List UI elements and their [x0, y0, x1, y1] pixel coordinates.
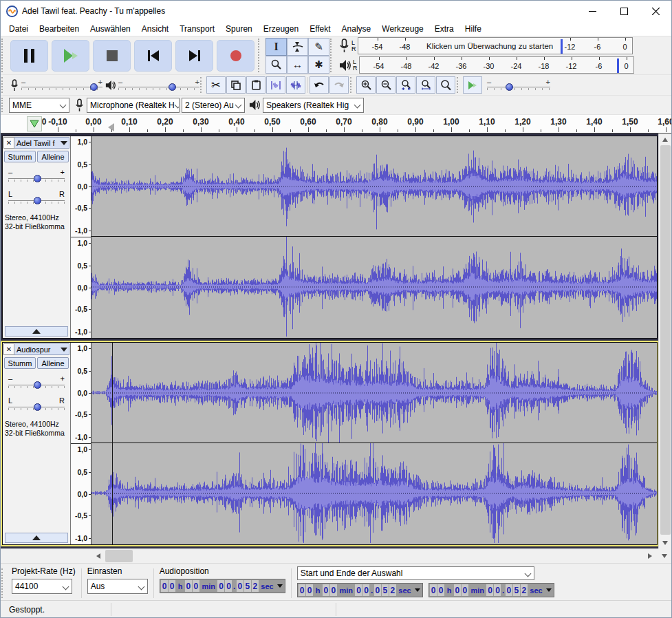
- skip-to-start-button[interactable]: [134, 40, 172, 72]
- menu-ansicht[interactable]: Ansicht: [136, 23, 174, 35]
- time-digit[interactable]: 0: [454, 584, 461, 596]
- menu-spuren[interactable]: Spuren: [220, 23, 258, 35]
- track-close-button[interactable]: ✕: [3, 343, 14, 355]
- playback-meter[interactable]: -54-48-42-36-30-24-18-12-60: [359, 56, 634, 74]
- time-digit[interactable]: 0: [430, 584, 437, 596]
- scroll-down-button[interactable]: [658, 550, 671, 562]
- paste-button[interactable]: [246, 76, 265, 94]
- skip-to-end-button[interactable]: [175, 40, 213, 72]
- selection-start-field[interactable]: 00h00min00.052sec: [297, 583, 423, 597]
- collapse-track-button[interactable]: [5, 533, 68, 543]
- solo-button[interactable]: Alleine: [37, 357, 69, 369]
- time-format-dropdown-icon[interactable]: [277, 584, 283, 588]
- time-digit[interactable]: 5: [513, 584, 520, 596]
- zoom-toggle-button[interactable]: [436, 76, 455, 94]
- menu-werkzeuge[interactable]: Werkzeuge: [376, 23, 429, 35]
- trim-audio-button[interactable]: [266, 76, 285, 94]
- time-digit[interactable]: 0: [437, 584, 444, 596]
- time-digit[interactable]: 0: [355, 584, 362, 596]
- vertical-scale-ruler[interactable]: 1,00,50,0-0,5-1,0 1,00,50,0-0,5-1,0: [71, 136, 91, 338]
- toolbar-grip[interactable]: [200, 77, 206, 93]
- selection-tool-button[interactable]: I: [265, 38, 287, 56]
- waveform-display[interactable]: [91, 343, 657, 544]
- time-digit[interactable]: 2: [521, 584, 528, 596]
- menu-analyse[interactable]: Analyse: [336, 23, 377, 35]
- gain-slider[interactable]: – +: [8, 374, 65, 391]
- time-digit[interactable]: 2: [389, 584, 396, 596]
- recording-channels-select[interactable]: 2 (Stereo) Au: [182, 98, 245, 113]
- zoom-in-button[interactable]: [356, 76, 376, 94]
- time-digit[interactable]: 0: [161, 580, 168, 592]
- maximize-button[interactable]: [608, 1, 640, 21]
- menu-erzeugen[interactable]: Erzeugen: [258, 23, 304, 35]
- horizontal-scrollbar[interactable]: [1, 548, 671, 564]
- collapse-track-button[interactable]: [5, 326, 68, 337]
- redo-button[interactable]: [329, 76, 349, 94]
- draw-tool-button[interactable]: ✎: [308, 38, 329, 56]
- pinned-play-head-button[interactable]: [27, 116, 42, 131]
- scroll-left-button[interactable]: [92, 550, 105, 562]
- toolbar-grip[interactable]: [1, 77, 7, 93]
- pan-thumb[interactable]: [34, 403, 41, 411]
- meter-monitor-hint[interactable]: Klicken um Überwachung zu starten: [426, 42, 553, 50]
- time-digit[interactable]: 0: [323, 584, 329, 596]
- time-digit[interactable]: 0: [494, 584, 501, 596]
- pan-slider[interactable]: L R: [8, 396, 65, 413]
- horizontal-scroll-thumb[interactable]: [105, 550, 133, 562]
- toolbar-grip[interactable]: [457, 77, 462, 93]
- menu-extra[interactable]: Extra: [429, 23, 459, 35]
- zoom-fit-button[interactable]: [416, 76, 435, 94]
- time-digit[interactable]: 5: [382, 584, 389, 596]
- scroll-down-button[interactable]: [659, 537, 671, 548]
- playback-volume-slider[interactable]: –+: [118, 80, 199, 91]
- track-title-menu[interactable]: Audiospur: [14, 343, 69, 355]
- play-at-speed-button[interactable]: [463, 76, 482, 94]
- scroll-up-button[interactable]: [659, 134, 671, 145]
- track-close-button[interactable]: ✕: [3, 137, 14, 149]
- record-meter[interactable]: -54-48-12-60Klicken um Überwachung zu st…: [358, 37, 633, 54]
- toolbar-grip[interactable]: [1, 39, 7, 72]
- record-button[interactable]: [217, 40, 254, 72]
- mute-button[interactable]: Stumm: [4, 151, 36, 162]
- time-digit[interactable]: 0: [185, 580, 192, 592]
- playback-volume-thumb[interactable]: [169, 83, 176, 91]
- silence-audio-button[interactable]: [286, 76, 305, 94]
- playback-speed-slider[interactable]: –+: [487, 80, 550, 91]
- time-digit[interactable]: 0: [374, 584, 381, 596]
- time-digit[interactable]: 0: [362, 584, 369, 596]
- pause-button[interactable]: [10, 40, 48, 72]
- time-digit[interactable]: 0: [486, 584, 493, 596]
- close-button[interactable]: [640, 1, 671, 21]
- toolbar-grip[interactable]: [1, 98, 7, 112]
- time-digit[interactable]: 0: [217, 580, 224, 592]
- time-digit[interactable]: 0: [306, 584, 313, 596]
- mute-button[interactable]: Stumm: [4, 357, 36, 369]
- playback-device-select[interactable]: Speakers (Realtek Hig: [263, 98, 364, 113]
- toolbar-grip[interactable]: [350, 77, 356, 93]
- menu-bearbeiten[interactable]: Bearbeiten: [34, 23, 85, 35]
- pan-slider[interactable]: L R: [8, 190, 65, 206]
- zoom-out-button[interactable]: [376, 76, 395, 94]
- minimize-button[interactable]: [576, 1, 608, 21]
- vertical-scale-ruler[interactable]: 1,00,50,0-0,5-1,0 1,00,50,0-0,5-1,0: [71, 343, 91, 544]
- time-digit[interactable]: 0: [462, 584, 468, 596]
- toolbar-grip[interactable]: [1, 568, 7, 598]
- track-title-menu[interactable]: Adel Tawil f: [14, 137, 69, 149]
- undo-button[interactable]: [310, 76, 329, 94]
- zoom-tool-button[interactable]: [265, 56, 287, 74]
- time-digit[interactable]: 0: [506, 584, 512, 596]
- solo-button[interactable]: Alleine: [37, 151, 69, 162]
- gain-thumb[interactable]: [34, 381, 41, 389]
- cut-button[interactable]: ✂: [206, 76, 226, 94]
- waveform-right-channel[interactable]: [91, 237, 657, 337]
- stop-button[interactable]: [93, 40, 131, 72]
- multi-tool-button[interactable]: ✱: [308, 56, 329, 74]
- selection-mode-select[interactable]: Start und Ende der Auswahl: [297, 566, 534, 580]
- project-rate-select[interactable]: 44100: [12, 579, 72, 594]
- snap-to-select[interactable]: Aus: [87, 579, 148, 594]
- time-digit[interactable]: 0: [299, 584, 305, 596]
- copy-button[interactable]: [226, 76, 246, 94]
- menu-hilfe[interactable]: Hilfe: [459, 23, 487, 35]
- menu-auswählen[interactable]: Auswählen: [85, 23, 136, 35]
- pan-thumb[interactable]: [34, 197, 41, 204]
